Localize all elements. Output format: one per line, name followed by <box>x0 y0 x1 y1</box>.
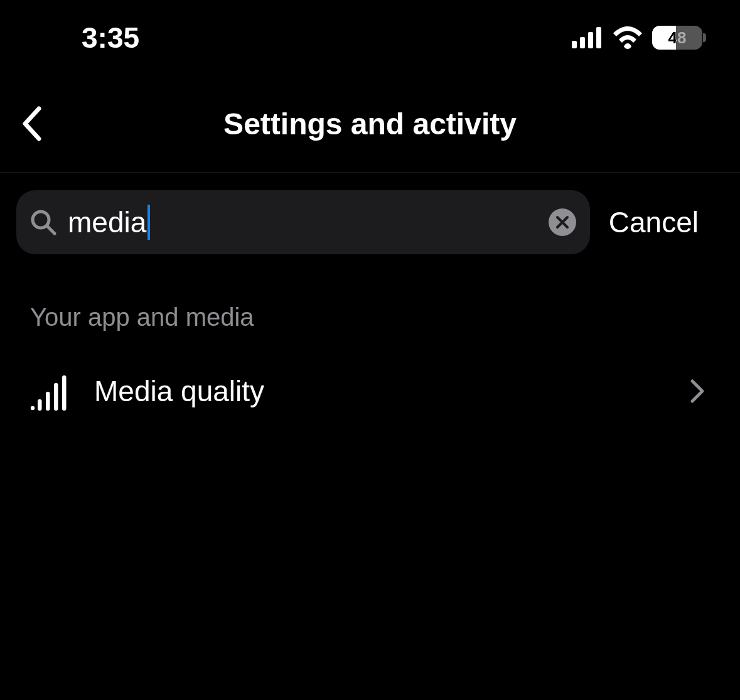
svg-point-8 <box>31 406 35 410</box>
search-row: media Cancel <box>0 173 740 272</box>
header: Settings and activity <box>0 75 740 173</box>
search-input-wrap[interactable]: media <box>68 205 537 240</box>
cancel-button[interactable]: Cancel <box>609 205 724 239</box>
text-cursor <box>147 205 150 240</box>
cellular-signal-icon <box>572 27 603 48</box>
svg-rect-10 <box>46 392 50 411</box>
battery-icon: 48 <box>652 26 702 50</box>
result-label: Media quality <box>94 374 665 408</box>
chevron-right-icon <box>690 379 710 404</box>
close-icon <box>555 215 569 229</box>
svg-rect-3 <box>596 27 601 48</box>
clear-search-button[interactable] <box>549 208 576 236</box>
svg-rect-2 <box>588 32 593 48</box>
status-indicators: 48 <box>572 26 702 50</box>
status-bar: 3:35 48 <box>0 0 740 75</box>
svg-rect-0 <box>572 41 577 48</box>
svg-rect-11 <box>54 383 58 411</box>
back-button[interactable] <box>13 105 50 143</box>
section-title: Your app and media <box>30 303 710 331</box>
svg-rect-1 <box>580 37 585 48</box>
search-icon <box>30 209 56 235</box>
svg-rect-12 <box>62 375 67 411</box>
chevron-left-icon <box>20 105 43 143</box>
battery-percent: 48 <box>652 28 702 48</box>
signal-bars-icon <box>30 372 69 411</box>
search-input[interactable]: media <box>68 205 146 239</box>
search-field[interactable]: media <box>16 190 590 254</box>
result-row-media-quality[interactable]: Media quality <box>30 369 710 413</box>
page-title: Settings and activity <box>0 107 740 141</box>
svg-line-5 <box>47 226 55 234</box>
svg-rect-9 <box>38 399 42 411</box>
wifi-icon <box>612 26 643 49</box>
status-time: 3:35 <box>82 21 139 55</box>
results-section: Your app and media Media quality <box>0 272 740 413</box>
